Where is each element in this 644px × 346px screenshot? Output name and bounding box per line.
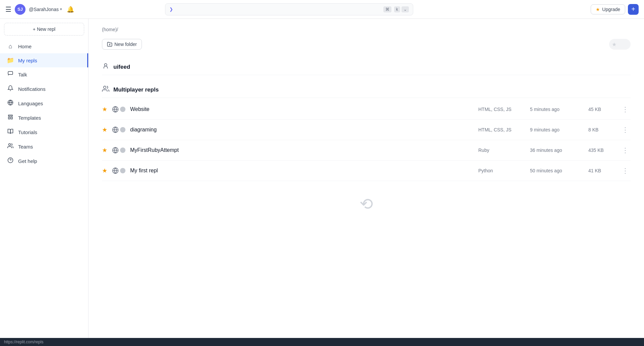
sidebar-item-my-repls[interactable]: 📁 My repls — [0, 53, 88, 67]
sidebar-item-label: Templates — [18, 115, 41, 121]
globe-toggle[interactable] — [112, 167, 125, 174]
avatar: SJ — [15, 4, 25, 15]
sidebar-item-home[interactable]: ⌂ Home — [0, 40, 88, 53]
sidebar: + New repl ⌂ Home 📁 My repls Talk Notifi… — [0, 19, 89, 338]
repl-time: 36 minutes ago — [530, 148, 584, 153]
search-chevron-icon: ❯ — [169, 7, 173, 12]
repl-size: 8 KB — [588, 127, 615, 132]
uifeed-label: uifeed — [113, 64, 130, 70]
notifications-icon — [7, 85, 14, 93]
kbd-chevron: ⌄ — [401, 6, 409, 12]
username-label: @SarahJonas — [29, 7, 59, 12]
new-repl-topbar-button[interactable]: + — [628, 4, 639, 15]
sidebar-item-label: Teams — [18, 144, 33, 150]
folder-icon: 📁 — [7, 57, 14, 64]
star-button[interactable]: ★ — [102, 147, 107, 154]
sidebar-item-label: Talk — [18, 72, 27, 77]
sidebar-item-teams[interactable]: Teams — [0, 139, 88, 154]
loading-spinner: ⟲ — [360, 194, 373, 213]
topbar-left: ☰ SJ @SarahJonas ▾ 🔔 — [5, 4, 74, 15]
sidebar-item-templates[interactable]: Templates — [0, 111, 88, 125]
repl-row[interactable]: ★ MyFirstRubyAttempt Ruby 36 minutes ago… — [102, 140, 631, 161]
kbd-cmd: ⌘ — [383, 6, 391, 12]
sidebar-item-notifications[interactable]: Notifications — [0, 82, 88, 96]
starred-toggle[interactable]: ★ — [609, 39, 631, 50]
new-folder-button[interactable]: New folder — [102, 39, 142, 50]
star-button[interactable]: ★ — [102, 167, 107, 174]
more-options-button[interactable]: ⋮ — [620, 104, 631, 115]
home-icon: ⌂ — [7, 43, 14, 50]
globe-icon — [112, 147, 119, 154]
templates-icon — [7, 114, 14, 122]
toggle-indicator — [120, 107, 125, 112]
repl-row[interactable]: ★ diagraming HTML, CSS, JS 9 minutes ago… — [102, 120, 631, 140]
globe-toggle[interactable] — [112, 126, 125, 133]
talk-icon — [7, 71, 14, 78]
globe-toggle[interactable] — [112, 147, 125, 154]
menu-icon[interactable]: ☰ — [5, 5, 11, 13]
repl-lang: Ruby — [478, 148, 525, 153]
uifeed-icon — [102, 62, 109, 71]
sidebar-item-label: Tutorials — [18, 129, 37, 135]
sidebar-item-label: Get help — [18, 158, 37, 164]
repl-row[interactable]: ★ My first repl Python 50 minutes ago 41… — [102, 161, 631, 181]
toggle-indicator — [120, 127, 125, 132]
toggle-indicator — [120, 168, 125, 173]
username-button[interactable]: @SarahJonas ▾ — [29, 7, 62, 12]
new-repl-sidebar-button[interactable]: + New repl — [4, 23, 84, 36]
upgrade-button[interactable]: ★ Upgrade — [591, 4, 625, 14]
multiplayer-section: Multiplayer repls — [102, 82, 631, 98]
repl-lang: HTML, CSS, JS — [478, 107, 525, 112]
get-help-icon — [7, 157, 14, 165]
languages-icon — [7, 100, 14, 107]
repl-row[interactable]: ★ Website HTML, CSS, JS 5 minutes ago 45… — [102, 99, 631, 120]
topbar: ☰ SJ @SarahJonas ▾ 🔔 ❯ ⌘ ​ k ⌄ ★ Upgrade… — [0, 0, 644, 19]
sidebar-item-label: Home — [18, 44, 32, 49]
sidebar-item-label: My repls — [18, 58, 37, 63]
kbd-k: k — [394, 6, 400, 12]
tutorials-icon — [7, 128, 14, 136]
statusbar: https://replit.com/repls — [0, 338, 644, 346]
repl-size: 41 KB — [588, 168, 615, 173]
sidebar-item-get-help[interactable]: Get help — [0, 154, 88, 168]
svg-point-3 — [9, 143, 11, 146]
repl-time: 5 minutes ago — [530, 107, 584, 112]
svg-point-9 — [104, 86, 106, 89]
globe-toggle[interactable] — [112, 106, 125, 113]
star-button[interactable]: ★ — [102, 126, 107, 133]
breadcrumb: (home)/ — [102, 27, 631, 32]
globe-icon — [112, 126, 119, 133]
toolbar: New folder ★ — [102, 39, 631, 50]
sidebar-item-languages[interactable]: Languages — [0, 96, 88, 111]
sidebar-item-talk[interactable]: Talk — [0, 67, 88, 82]
more-options-button[interactable]: ⋮ — [620, 165, 631, 176]
chevron-down-icon: ▾ — [60, 7, 62, 11]
upgrade-star-icon: ★ — [596, 7, 600, 12]
layout: + New repl ⌂ Home 📁 My repls Talk Notifi… — [0, 19, 644, 338]
svg-rect-0 — [8, 71, 13, 74]
sidebar-item-label: Notifications — [18, 86, 46, 92]
more-options-button[interactable]: ⋮ — [620, 145, 631, 156]
toggle-indicator — [120, 148, 125, 153]
statusbar-text: https://replit.com/repls — [4, 340, 43, 344]
sidebar-item-tutorials[interactable]: Tutorials — [0, 125, 88, 139]
globe-icon — [112, 106, 119, 113]
bell-icon[interactable]: 🔔 — [67, 6, 74, 13]
search-bar[interactable]: ❯ ⌘ ​ k ⌄ — [165, 3, 413, 15]
globe-icon — [112, 167, 119, 174]
multiplayer-label: Multiplayer repls — [113, 86, 159, 93]
repl-name: MyFirstRubyAttempt — [130, 147, 474, 153]
more-options-button[interactable]: ⋮ — [620, 124, 631, 135]
repl-time: 50 minutes ago — [530, 168, 584, 173]
new-folder-label: New folder — [114, 42, 137, 47]
starred-toggle-star-icon: ★ — [612, 41, 616, 48]
repl-size: 435 KB — [588, 148, 615, 153]
repl-lang: HTML, CSS, JS — [478, 127, 525, 132]
star-button[interactable]: ★ — [102, 106, 107, 113]
sidebar-item-label: Languages — [18, 101, 43, 106]
repl-size: 45 KB — [588, 107, 615, 112]
multiplayer-icon — [102, 85, 109, 94]
repl-name: My first repl — [130, 168, 474, 174]
svg-point-8 — [104, 64, 107, 66]
teams-icon — [7, 143, 14, 151]
